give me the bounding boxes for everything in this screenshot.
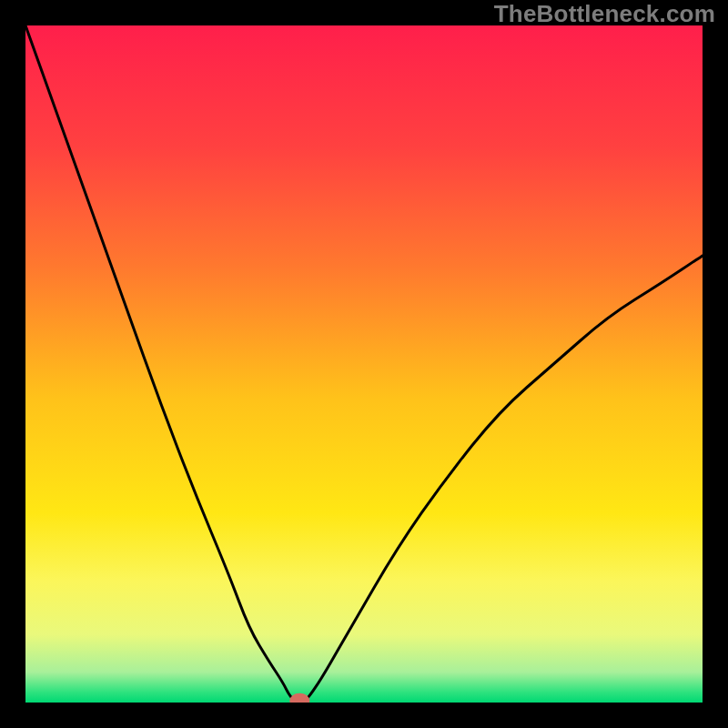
chart-frame: TheBottleneck.com (0, 0, 728, 728)
chart-svg (25, 25, 703, 703)
plot-area (25, 25, 703, 703)
watermark-text: TheBottleneck.com (494, 0, 715, 28)
gradient-background (25, 25, 703, 703)
